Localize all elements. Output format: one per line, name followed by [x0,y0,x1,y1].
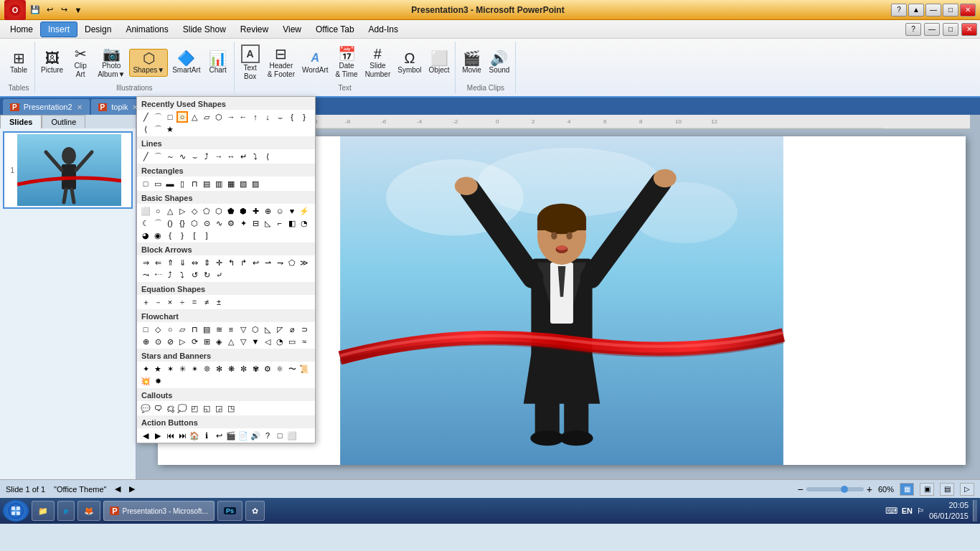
rect-cube[interactable]: ▧ [237,178,249,189]
ab-back[interactable]: ◀ [140,430,151,441]
bs-cylinder[interactable]: ⊙ [201,217,212,229]
zoom-slider[interactable] [806,487,864,491]
shape-curve[interactable]: ⌒ [152,111,164,123]
slideshow-view-btn[interactable]: ▷ [960,483,974,496]
fc-online-storage[interactable]: ◁ [262,336,273,347]
textbox-button[interactable]: A TextBox [237,43,263,83]
app-restore-btn[interactable]: □ [943,23,958,36]
keyboard-icon[interactable]: ⌨ [885,506,897,516]
fc-delay[interactable]: ▷ [176,336,188,347]
shape-brace-r[interactable]: } [298,111,310,123]
shape-chevron[interactable]: ⌒ [152,123,164,135]
fc-card[interactable]: ▭ [286,336,298,347]
fc-display[interactable]: ⊘ [164,336,176,347]
shape-para[interactable]: ▱ [201,111,212,123]
fc-process[interactable]: □ [140,324,151,335]
shape-triangle[interactable]: △ [189,111,200,123]
ab-end[interactable]: ⏭ [176,430,188,441]
shape-line[interactable]: ╱ [140,111,151,123]
menu-home[interactable]: Home [3,22,40,37]
bs-half-frame[interactable]: ◺ [262,217,273,229]
sb-12pt[interactable]: ✻ [213,363,225,375]
sb-gear2[interactable]: ⚛ [274,363,286,375]
rect-snip[interactable]: ▬ [164,178,176,189]
line-curve1[interactable]: ⌒ [152,151,164,162]
bs-gear[interactable]: ⚙ [225,217,237,229]
clip-art-button[interactable]: ✂ ClipArt [67,45,93,80]
ba-ud[interactable]: ⇕ [201,257,212,268]
rect-frame[interactable]: ⊓ [189,178,200,189]
slide-thumbnail-1[interactable]: 1 [3,131,133,209]
app-close-btn[interactable]: ✕ [961,23,977,36]
menu-view[interactable]: View [275,22,308,37]
file-tab-close-0[interactable]: ✕ [77,103,83,111]
rect-folded[interactable]: ▨ [250,178,261,189]
menu-animations[interactable]: Animations [118,22,175,37]
help-btn[interactable]: ? [891,4,907,17]
taskbar-powerpoint[interactable]: P Presentation3 - Microsoft... [103,501,215,521]
taskbar-app6[interactable]: ✿ [245,501,265,521]
ab-return[interactable]: ↩ [213,430,225,441]
bs-pent[interactable]: ⬠ [201,205,212,217]
bs-diamond[interactable]: ◇ [189,205,200,217]
shape-oval[interactable]: ○ [176,111,188,123]
sb-explosion2[interactable]: ✸ [152,375,164,387]
bs-oct[interactable]: ⬢ [237,205,249,217]
shape-arrow-u[interactable]: ↑ [250,111,261,123]
bs-diagonal-stripe[interactable]: ◧ [286,217,298,229]
bs-bracket-l[interactable]: [ [189,230,200,241]
menu-officetab[interactable]: Office Tab [308,22,362,37]
co-oval-callout[interactable]: 🗯 [164,402,176,414]
co-rect-callout[interactable]: 💬 [140,402,151,414]
customize-quick-btn[interactable]: ▼ [72,4,85,17]
fc-sort[interactable]: ◈ [213,336,225,347]
ba-right[interactable]: ⇒ [140,257,151,268]
menu-slideshow[interactable]: Slide Show [176,22,233,37]
bs-corner[interactable]: ⌐ [274,217,286,229]
bs-wave[interactable]: ∿ [213,217,225,229]
bs-brace-r2[interactable]: } [176,230,188,241]
show-desktop-btn[interactable] [973,500,977,522]
eq-plusminus[interactable]: ± [213,296,225,308]
fc-merge[interactable]: ▽ [237,336,249,347]
app-help-btn[interactable]: ? [905,23,921,36]
sb-wave-banner[interactable]: 〜 [286,363,298,375]
sb-4pt[interactable]: ✦ [140,363,151,375]
taskbar-files[interactable]: 📁 [32,501,55,521]
smartart-button[interactable]: 🔷 SmartArt [169,50,203,76]
close-btn[interactable]: ✕ [960,4,976,17]
outline-tab[interactable]: Outline [42,115,85,128]
object-button[interactable]: ⬜ Object [426,50,453,76]
sb-gear1[interactable]: ⚙ [262,363,273,375]
ba-circular2[interactable]: ↻ [201,269,212,281]
bs-hex[interactable]: ⬡ [213,205,225,217]
bs-smiley[interactable]: ☺ [274,205,286,217]
shape-hex[interactable]: ⬡ [213,111,225,123]
ba-left[interactable]: ⇐ [152,257,164,268]
zoom-in-btn[interactable]: + [867,484,872,495]
ba-uturn[interactable]: ↩ [250,257,261,268]
sb-16pt[interactable]: ❋ [225,363,237,375]
menu-addins[interactable]: Add-Ins [362,22,405,37]
ba-arrow-callout-r[interactable]: ⤳ [140,269,151,281]
bs-hept[interactable]: ⬟ [225,205,237,217]
rect-diag[interactable]: ▯ [176,178,188,189]
shape-arrow-d[interactable]: ↓ [262,111,273,123]
shape-rect[interactable]: □ [164,111,176,123]
ab-home[interactable]: 🏠 [189,430,200,441]
ba-circular[interactable]: ↺ [189,269,200,281]
fc-offline-storage[interactable]: ▼ [250,336,261,347]
sb-32pt[interactable]: ✾ [250,363,261,375]
rect-rounded[interactable]: ▭ [152,178,164,189]
ba-chevron[interactable]: ≫ [298,257,310,268]
ba-notched[interactable]: ⇁ [274,257,286,268]
eq-plus[interactable]: ＋ [140,296,151,308]
fc-stored-data[interactable]: ⊃ [298,324,310,335]
ba-up[interactable]: ⇑ [164,257,176,268]
fc-internal-storage[interactable]: ▤ [201,324,212,335]
bs-bracket-pair[interactable]: () [164,217,176,229]
shape-brace-l[interactable]: { [286,111,298,123]
bs-brace-pair[interactable]: {} [176,217,188,229]
ba-striped-r[interactable]: ⇀ [262,257,273,268]
shape-arrow-l[interactable]: ← [237,111,249,123]
